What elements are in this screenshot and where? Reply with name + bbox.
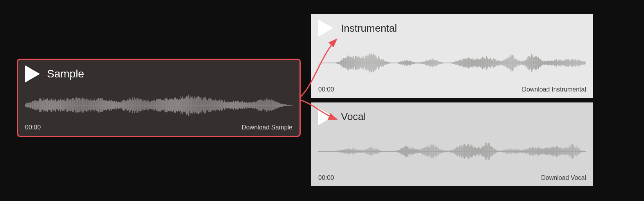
sample-footer: 00:00 Download Sample [25,124,292,131]
vocal-waveform[interactable] [318,128,586,174]
right-edge-strip [605,0,644,201]
instrumental-header: Instrumental [318,20,586,37]
instrumental-waveform[interactable] [318,40,586,86]
play-icon[interactable] [25,65,40,83]
sample-waveform[interactable] [25,86,292,124]
download-vocal-link[interactable]: Download Vocal [541,174,586,181]
sample-title: Sample [47,68,84,80]
play-icon[interactable] [318,108,333,125]
vocal-time: 00:00 [318,174,334,181]
play-icon[interactable] [318,20,333,37]
sample-time: 00:00 [25,124,41,131]
stems-column: Instrumental 00:00 Download Instrumental… [311,14,593,186]
sample-header: Sample [25,65,292,83]
download-instrumental-link[interactable]: Download Instrumental [522,86,586,93]
instrumental-title: Instrumental [341,22,397,34]
download-sample-link[interactable]: Download Sample [242,124,292,131]
instrumental-time: 00:00 [318,86,334,93]
instrumental-card: Instrumental 00:00 Download Instrumental [311,14,593,98]
vocal-header: Vocal [318,108,586,125]
instrumental-footer: 00:00 Download Instrumental [318,86,586,93]
sample-card: Sample 00:00 Download Sample [17,59,301,137]
vocal-card: Vocal 00:00 Download Vocal [311,102,593,186]
vocal-title: Vocal [341,111,366,123]
vocal-footer: 00:00 Download Vocal [318,174,586,181]
